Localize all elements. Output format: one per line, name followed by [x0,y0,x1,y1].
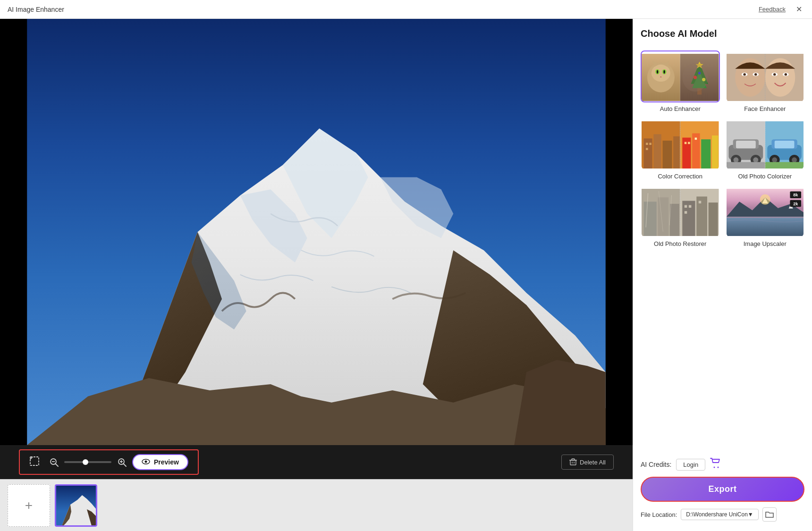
svg-rect-71 [646,143,648,145]
svg-rect-105 [682,201,695,236]
right-panel: Choose AI Model [633,19,812,531]
title-bar: AI Image Enhancer Feedback ✕ [0,0,812,19]
close-button[interactable]: ✕ [793,4,804,15]
svg-rect-107 [709,202,718,236]
svg-point-83 [733,157,738,162]
svg-rect-76 [695,138,697,140]
svg-rect-111 [699,201,701,203]
svg-rect-66 [673,136,680,169]
svg-rect-23 [572,459,575,460]
zoom-in-icon[interactable] [117,457,127,467]
svg-text:2k: 2k [793,202,798,206]
model-card-color-correction[interactable]: Color Correction [641,118,720,180]
file-path-select[interactable]: D:\Wondershare UniCon▼ [681,509,758,520]
svg-point-118 [760,194,770,205]
delete-all-label: Delete All [580,459,606,466]
model-card-image-upscaler[interactable]: 8k 2k Image Upscaler [726,185,805,247]
model-grid: Auto Enhancer [641,51,804,247]
svg-point-124 [714,467,715,468]
image-upscaler-thumb: 8k 2k [726,185,805,237]
thumbnail-svg [56,486,97,527]
svg-point-33 [651,65,670,82]
image-toolbar: Preview Delete All [0,445,633,479]
folder-icon [765,511,774,518]
color-correction-thumb [641,118,720,170]
svg-marker-9 [514,360,606,445]
export-button[interactable]: Export [641,477,804,502]
svg-rect-21 [570,460,576,465]
color-correction-image [642,119,719,170]
select-tool-icon[interactable] [29,456,40,469]
svg-point-92 [792,157,797,162]
folder-open-button[interactable] [762,507,777,522]
svg-point-59 [784,73,787,76]
svg-text:8k: 8k [793,193,798,197]
choose-model-title: Choose AI Model [641,28,804,39]
svg-rect-93 [774,141,794,148]
model-card-old-photo-restorer[interactable]: Old Photo Restorer [641,185,720,247]
auto-enhancer-label: Auto Enhancer [660,105,701,112]
zoom-out-icon[interactable] [49,457,59,467]
login-button[interactable]: Login [676,459,705,471]
svg-rect-101 [670,204,679,236]
svg-point-48 [682,63,708,92]
svg-rect-65 [663,141,672,169]
right-bottom-section: AI Credits: Login Export File Location: … [641,458,804,522]
svg-rect-94 [727,162,765,169]
auto-enhancer-image [642,51,719,102]
model-card-face-enhancer[interactable]: Face Enhancer [726,51,805,112]
old-photo-colorizer-label: Old Photo Colorizer [738,173,792,180]
file-location-label: File Location: [641,511,677,518]
toolbar-controls-group: Preview [19,449,199,475]
svg-rect-106 [696,196,707,236]
model-card-auto-enhancer[interactable]: Auto Enhancer [641,51,720,112]
preview-label: Preview [154,458,179,466]
canvas-area: Preview Delete All + [0,19,633,531]
svg-rect-95 [765,162,804,169]
title-bar-actions: Feedback ✕ [759,4,804,15]
svg-point-20 [145,461,147,463]
feedback-link[interactable]: Feedback [759,6,786,13]
svg-point-54 [743,73,745,76]
svg-rect-99 [644,202,657,236]
svg-point-36 [657,70,659,74]
face-enhancer-thumb [726,51,805,102]
svg-rect-70 [712,135,719,169]
image-container [0,19,633,445]
svg-point-58 [773,73,776,76]
old-photo-restorer-image [642,186,719,237]
svg-line-16 [124,464,126,466]
eye-icon [142,458,150,466]
svg-rect-72 [649,143,651,145]
svg-rect-75 [688,142,690,144]
svg-rect-119 [727,217,804,218]
svg-rect-74 [685,142,687,144]
trash-icon [569,458,577,466]
svg-point-90 [772,157,777,162]
old-photo-restorer-thumb [641,185,720,237]
main-layout: Preview Delete All + [0,19,812,531]
svg-rect-73 [646,148,648,150]
zoom-slider[interactable] [64,461,111,463]
image-upscaler-label: Image Upscaler [744,240,787,247]
delete-all-button[interactable]: Delete All [561,455,614,470]
add-image-button[interactable]: + [8,484,50,527]
old-photo-restorer-label: Old Photo Restorer [654,240,706,247]
app-title-group: AI Image Enhancer [8,6,64,13]
color-correction-label: Color Correction [658,173,702,180]
svg-rect-109 [689,205,691,208]
svg-point-37 [663,70,665,74]
svg-rect-100 [658,197,669,236]
cart-icon[interactable] [710,458,721,471]
svg-point-125 [718,467,719,468]
ai-credits-row: AI Credits: Login [641,458,804,471]
old-photo-colorizer-thumb [726,118,805,170]
auto-enhancer-thumb [641,51,720,102]
model-card-old-photo-colorizer[interactable]: Old Photo Colorizer [726,118,805,180]
thumbnail-preview [56,486,96,525]
thumbnail-item[interactable] [55,484,97,527]
svg-rect-108 [685,205,687,208]
app-title: AI Image Enhancer [8,6,64,13]
ai-credits-label: AI Credits: [641,461,671,468]
preview-button[interactable]: Preview [132,454,188,470]
